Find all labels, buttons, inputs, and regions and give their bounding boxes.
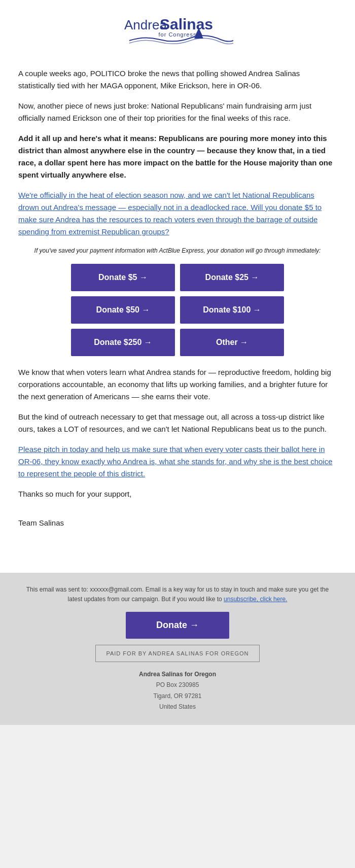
email-header: Andrea Salinas for Congress (0, 0, 355, 57)
donate-100-button[interactable]: Donate $100 → (180, 296, 284, 324)
footer-donate-button[interactable]: Donate → (126, 612, 229, 639)
email-footer: This email was sent to: xxxxxx@gmail.com… (0, 573, 355, 725)
cta-link-1[interactable]: We're officially in the heat of election… (18, 189, 337, 238)
paragraph-3: Add it all up and here's what it means: … (18, 132, 337, 181)
paragraph-2: Now, another piece of news just broke: N… (18, 100, 337, 124)
donate-5-button[interactable]: Donate $5 → (71, 264, 175, 291)
logo-svg: Andrea Salinas for Congress (119, 10, 236, 51)
footer-email-note: This email was sent to: xxxxxx@gmail.com… (18, 585, 337, 604)
paragraph-5: But the kind of outreach necessary to ge… (18, 411, 337, 435)
donate-50-button[interactable]: Donate $50 → (71, 296, 175, 324)
donate-other-button[interactable]: Other → (180, 329, 284, 356)
cta-link-2[interactable]: Please pitch in today and help us make s… (18, 443, 337, 480)
svg-text:for Congress: for Congress (159, 31, 197, 38)
campaign-logo: Andrea Salinas for Congress (119, 10, 236, 52)
footer-address: Andrea Salinas for Oregon PO Box 230985 … (18, 669, 337, 713)
paid-for-disclaimer: PAID FOR BY ANDREA SALINAS FOR OREGON (95, 645, 259, 662)
email-container: Andrea Salinas for Congress A couple wee… (0, 0, 355, 725)
sign-off-1: Thanks so much for your support, (18, 488, 337, 500)
unsubscribe-link[interactable]: unsubscribe, click here. (224, 596, 287, 603)
donate-25-button[interactable]: Donate $25 → (180, 264, 284, 291)
donate-250-button[interactable]: Donate $250 → (71, 329, 175, 356)
donate-grid: Donate $5 → Donate $25 → Donate $50 → Do… (66, 264, 289, 356)
svg-text:Salinas: Salinas (160, 16, 213, 32)
paragraph-1: A couple weeks ago, POLITICO broke the n… (18, 67, 337, 92)
paragraph-4: We know that when voters learn what Andr… (18, 366, 337, 403)
actblue-note: If you've saved your payment information… (18, 246, 337, 256)
email-body: A couple weeks ago, POLITICO broke the n… (0, 57, 355, 552)
sign-off-2: Team Salinas (18, 517, 337, 529)
